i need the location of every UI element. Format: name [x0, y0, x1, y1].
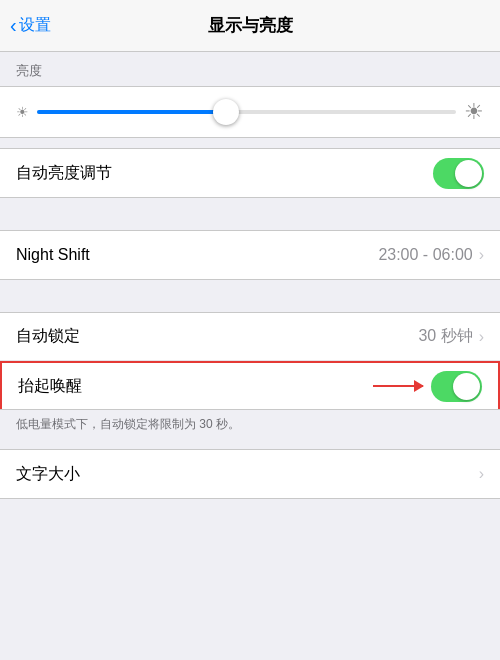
arrow-annotation: [373, 385, 423, 387]
page-title: 显示与亮度: [208, 14, 293, 37]
raise-to-wake-toggle[interactable]: [431, 371, 482, 402]
auto-lock-row[interactable]: 自动锁定 30 秒钟 ›: [0, 313, 500, 361]
text-size-label: 文字大小: [16, 464, 479, 485]
brightness-section-label: 亮度: [0, 62, 500, 86]
night-shift-label: Night Shift: [16, 246, 378, 264]
sun-large-icon: ☀: [464, 99, 484, 125]
arrow-line: [373, 385, 423, 387]
auto-lock-label: 自动锁定: [16, 326, 418, 347]
auto-lock-value: 30 秒钟: [418, 326, 472, 347]
raise-to-wake-row[interactable]: 抬起唤醒: [0, 361, 500, 409]
toggle-knob: [455, 160, 482, 187]
night-shift-group: Night Shift 23:00 - 06:00 ›: [0, 230, 500, 280]
brightness-row: ☀ ☀: [0, 86, 500, 138]
night-shift-chevron-icon: ›: [479, 246, 484, 264]
sun-small-icon: ☀: [16, 104, 29, 120]
auto-lock-chevron-icon: ›: [479, 328, 484, 346]
brightness-slider[interactable]: [37, 110, 456, 114]
auto-brightness-label: 自动亮度调节: [16, 163, 433, 184]
auto-lock-raise-group: 自动锁定 30 秒钟 › 抬起唤醒: [0, 312, 500, 410]
back-button[interactable]: ‹ 设置: [10, 14, 51, 37]
navigation-bar: ‹ 设置 显示与亮度: [0, 0, 500, 52]
raise-to-wake-toggle-knob: [453, 373, 480, 400]
slider-thumb[interactable]: [213, 99, 239, 125]
raise-to-wake-sub-note: 低电量模式下，自动锁定将限制为 30 秒。: [0, 410, 500, 439]
auto-brightness-group: 自动亮度调节: [0, 148, 500, 198]
auto-brightness-row[interactable]: 自动亮度调节: [0, 149, 500, 197]
back-label: 设置: [19, 15, 51, 36]
text-size-row[interactable]: 文字大小 ›: [0, 450, 500, 498]
night-shift-row[interactable]: Night Shift 23:00 - 06:00 ›: [0, 231, 500, 279]
text-size-chevron-icon: ›: [479, 465, 484, 483]
slider-fill: [37, 110, 226, 114]
back-chevron-icon: ‹: [10, 14, 17, 37]
raise-to-wake-label: 抬起唤醒: [18, 376, 373, 397]
auto-brightness-toggle[interactable]: [433, 158, 484, 189]
text-size-group: 文字大小 ›: [0, 449, 500, 499]
night-shift-value: 23:00 - 06:00: [378, 246, 472, 264]
